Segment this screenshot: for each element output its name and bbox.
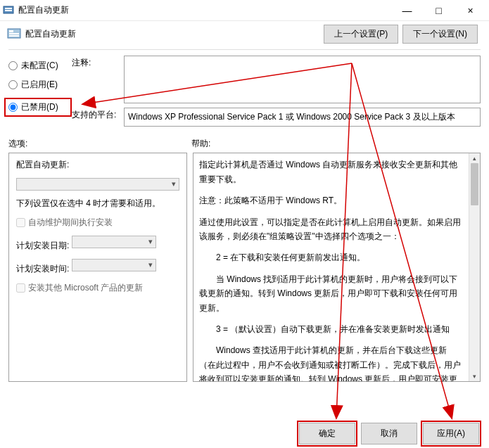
svg-rect-5 — [9, 33, 19, 34]
checkbox-maintenance[interactable] — [16, 218, 25, 227]
help-panel: 指定此计算机是否通过 Windows 自动更新服务来接收安全更新和其他重要下载。… — [193, 153, 481, 382]
radio-not-configured[interactable]: 未配置(C) — [8, 60, 72, 72]
help-p5: 当 Windows 找到适用于此计算机的更新时，用户将会接到可以下载更新的通知。… — [199, 272, 462, 315]
radio-disabled-input[interactable] — [8, 103, 18, 112]
separator — [8, 49, 481, 50]
options-section-label: 选项: — [8, 138, 191, 150]
checkbox-maintenance-label: 自动维护期间执行安装 — [28, 217, 113, 229]
note-label: 注释: — [72, 56, 121, 69]
maximize-button[interactable]: □ — [423, 1, 455, 20]
schedule-day-label: 计划安装日期: — [16, 241, 69, 250]
svg-rect-6 — [9, 35, 19, 37]
radio-enabled-input[interactable] — [8, 80, 18, 89]
scroll-down-icon[interactable]: ▾ — [469, 371, 480, 381]
options-panel: 配置自动更新: 下列设置仅在选中 4 时才需要和适用。 自动维护期间执行安装 计… — [8, 153, 187, 382]
help-p2: 注意：此策略不适用于 Windows RT。 — [199, 193, 462, 207]
schedule-time-combo[interactable] — [72, 259, 156, 271]
cancel-button[interactable]: 取消 — [361, 423, 417, 444]
radio-enabled[interactable]: 已启用(E) — [8, 79, 72, 91]
footer: 确定 取消 应用(A) — [0, 418, 489, 448]
help-p3: 通过使用此设置，可以指定是否在此计算机上启用自动更新。如果启用该服务，则必须在"… — [199, 215, 462, 244]
note-textarea[interactable] — [124, 56, 481, 103]
ok-button[interactable]: 确定 — [299, 423, 355, 444]
subheader-title: 配置自动更新 — [25, 28, 324, 40]
next-setting-button[interactable]: 下一个设置(N) — [402, 25, 478, 44]
platform-label: 支持的平台: — [72, 108, 121, 121]
radio-disabled[interactable]: 已禁用(D) — [8, 101, 68, 113]
close-button[interactable]: × — [455, 1, 486, 20]
app-icon — [3, 5, 14, 16]
svg-rect-4 — [9, 30, 13, 32]
schedule-time-label: 计划安装时间: — [16, 264, 69, 274]
minimize-button[interactable]: — — [391, 1, 423, 20]
platform-text: Windows XP Professional Service Pack 1 或… — [124, 108, 481, 127]
window-controls: — □ × — [391, 1, 486, 20]
configure-update-combo[interactable] — [16, 178, 179, 191]
help-scrollbar[interactable]: ▴ ▾ — [469, 153, 480, 381]
titlebar: 配置自动更新 — □ × — [0, 0, 489, 21]
svg-rect-1 — [5, 8, 12, 9]
subheader: 配置自动更新 上一个设置(P) 下一个设置(N) — [0, 21, 489, 46]
schedule-day-combo[interactable] — [72, 236, 156, 248]
radio-disabled-label: 已禁用(D) — [21, 101, 58, 113]
scroll-up-icon[interactable]: ▴ — [469, 153, 480, 163]
window-title: 配置自动更新 — [18, 4, 391, 16]
help-p6: 3 = （默认设置）自动下载更新，并在准备安装更新时发出通知 — [199, 322, 462, 336]
prev-setting-button[interactable]: 上一个设置(P) — [324, 25, 398, 44]
checkbox-ms-products-row[interactable]: 安装其他 Microsoft 产品的更新 — [16, 282, 179, 294]
help-section-label: 帮助: — [191, 138, 481, 150]
checkbox-ms-products-label: 安装其他 Microsoft 产品的更新 — [28, 282, 143, 294]
svg-rect-2 — [5, 10, 12, 11]
radio-not-configured-input[interactable] — [8, 61, 18, 70]
help-p1: 指定此计算机是否通过 Windows 自动更新服务来接收安全更新和其他重要下载。 — [199, 158, 462, 186]
options-hint: 下列设置仅在选中 4 时才需要和适用。 — [16, 198, 179, 210]
policy-icon — [7, 27, 21, 41]
apply-button[interactable]: 应用(A) — [423, 423, 479, 444]
radio-not-configured-label: 未配置(C) — [21, 60, 58, 72]
checkbox-ms-products[interactable] — [16, 283, 25, 293]
help-p7: Windows 查找适用于此计算机的更新，并在后台下载这些更新（在此过程中，用户… — [199, 343, 462, 382]
checkbox-maintenance-row[interactable]: 自动维护期间执行安装 — [16, 217, 179, 229]
configure-update-label: 配置自动更新: — [16, 159, 179, 171]
help-p4: 2 = 在下载和安装任何更新前发出通知。 — [199, 250, 462, 264]
radio-enabled-label: 已启用(E) — [21, 79, 58, 91]
scroll-thumb[interactable] — [471, 163, 478, 205]
